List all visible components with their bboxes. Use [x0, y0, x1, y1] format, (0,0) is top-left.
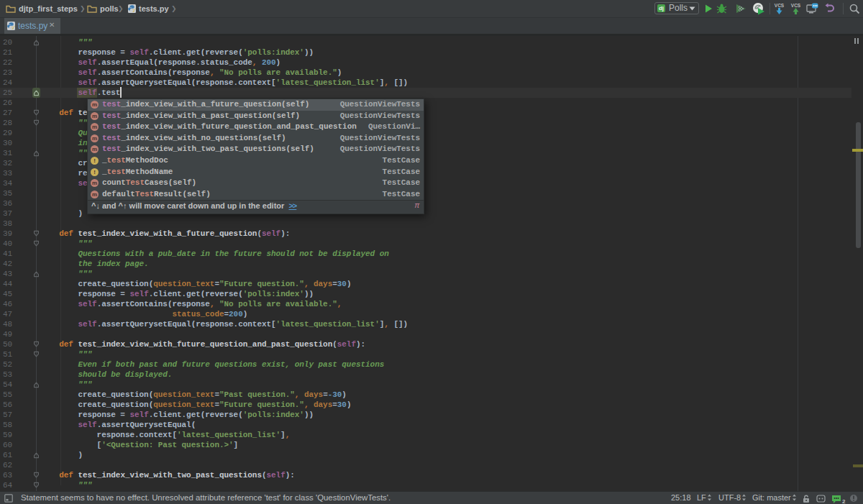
- svg-text:VCS: VCS: [775, 3, 785, 8]
- svg-text:VCS: VCS: [791, 3, 801, 8]
- svg-text:2: 2: [842, 498, 846, 504]
